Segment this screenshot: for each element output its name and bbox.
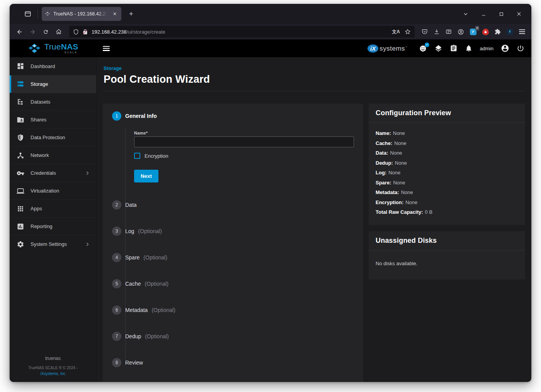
encryption-checkbox[interactable] [134, 153, 140, 159]
extension-blue-icon[interactable]: 0 [470, 29, 476, 35]
browser-window: TrueNAS - 192.168.42.238 ✕ + 192.168.42.… [10, 4, 531, 382]
wizard-step-dedup[interactable]: 7 Dedup (Optional) [112, 323, 354, 349]
wizard-step-cache[interactable]: 5 Cache (Optional) [112, 271, 354, 297]
tab-title: TrueNAS - 192.168.42.238 [53, 11, 108, 17]
pocket-icon[interactable] [422, 29, 428, 35]
browser-menu-icon[interactable] [519, 29, 525, 34]
admin-menu-label[interactable]: admin [480, 46, 493, 51]
configuration-preview-title: Configuration Preview [376, 109, 451, 117]
sidebar-item-apps[interactable]: Apps [10, 199, 96, 217]
preview-row-cache: Cache:None [376, 138, 518, 148]
downloads-icon[interactable] [434, 29, 440, 35]
copyright-label: TrueNAS SCALE ® © 2024 - [10, 366, 96, 370]
minimize-button[interactable] [480, 10, 487, 18]
shares-icon [17, 116, 24, 124]
gear-icon [17, 240, 24, 248]
translate-icon[interactable]: 文A [392, 29, 400, 35]
key-icon [17, 169, 24, 177]
next-button[interactable]: Next [134, 170, 158, 182]
browser-tab[interactable]: TrueNAS - 192.168.42.238 ✕ [42, 7, 121, 21]
insecure-lock-icon[interactable] [82, 29, 88, 35]
chevron-right-icon [85, 242, 90, 247]
forward-button[interactable] [27, 26, 38, 37]
wizard-step-spare[interactable]: 4 Spare (Optional) [112, 244, 354, 271]
encryption-label: Encryption [145, 153, 168, 159]
truecommand-icon[interactable] [434, 44, 442, 53]
apps-grid-icon [17, 205, 24, 213]
step-number-badge: 8 [112, 358, 121, 367]
wizard-step-metadata[interactable]: 6 Metadata (Optional) [112, 297, 354, 323]
url-bar[interactable]: 192.168.42.238/ui/storage/create 文A [69, 26, 415, 37]
pool-name-input[interactable] [134, 136, 354, 147]
home-button[interactable] [53, 26, 65, 37]
app-header: TrueNAS SCALE iX systems™ + admin [10, 39, 531, 57]
power-icon[interactable] [517, 44, 524, 52]
preview-row-metadata: Metadata:None [376, 187, 518, 198]
permissions-shield-icon[interactable] [73, 29, 79, 35]
sidenav-toggle-icon[interactable] [103, 46, 110, 51]
page-header: Storage Pool Creation Wizard [103, 57, 525, 91]
sidebar-item-network[interactable]: Network [10, 146, 96, 164]
sidebar-item-datasets[interactable]: Datasets [10, 93, 96, 111]
step-number-badge: 1 [112, 111, 121, 121]
breadcrumb[interactable]: Storage [104, 66, 524, 71]
jobs-icon[interactable] [450, 44, 458, 52]
storage-icon [17, 80, 24, 88]
chevron-right-icon [85, 170, 90, 176]
step-number-badge: 4 [112, 253, 121, 262]
extensions-puzzle-icon[interactable] [495, 29, 501, 35]
wizard-step-data[interactable]: 2 Data [112, 192, 354, 218]
new-tab-button[interactable]: + [126, 9, 136, 20]
firefox-view-icon[interactable] [21, 7, 34, 20]
tab-close-icon[interactable]: ✕ [111, 10, 118, 17]
browser-tab-bar: TrueNAS - 192.168.42.238 ✕ + [10, 4, 531, 24]
preview-row-spare: Spare:None [376, 178, 518, 188]
close-window-button[interactable] [515, 10, 523, 18]
no-disks-message: No disks available. [376, 256, 518, 272]
sidebar-item-credentials[interactable]: Credentials [10, 164, 96, 182]
sidebar-item-reporting[interactable]: Reporting [10, 217, 96, 235]
step-number-badge: 7 [112, 332, 121, 341]
tab-favicon-truenas-icon [45, 11, 50, 17]
extension-red-icon[interactable] [482, 29, 489, 35]
main-content: Storage Pool Creation Wizard 1 General I… [97, 57, 531, 382]
preview-row-capacity: Total Raw Capacity:0 B [376, 207, 518, 217]
bookmark-star-icon[interactable] [405, 29, 411, 35]
extension-dark-icon[interactable] [507, 29, 513, 35]
reload-button[interactable] [40, 26, 51, 37]
dashboard-icon [17, 62, 24, 70]
sidebar-item-virtualization[interactable]: Virtualization [10, 182, 96, 199]
pool-creation-wizard-card: 1 General Info Name* Encryption Next [103, 104, 363, 382]
sidebar-item-data-protection[interactable]: Data Protection [10, 128, 96, 146]
sidebar: Dashboard Storage Datasets Shares Data P… [10, 57, 97, 382]
network-icon [17, 152, 24, 159]
wizard-step-log[interactable]: 3 Log (Optional) [112, 218, 354, 244]
page-title: Pool Creation Wizard [104, 73, 524, 85]
step-number-badge: 6 [112, 305, 121, 315]
sidebar-item-system-settings[interactable]: System Settings [10, 235, 96, 253]
alerts-bell-icon[interactable] [465, 44, 473, 52]
extension-badge: 0 [475, 26, 479, 31]
preview-row-encryption: Encryption:None [376, 198, 518, 208]
sidebar-item-dashboard[interactable]: Dashboard [10, 57, 96, 75]
account-icon[interactable] [458, 29, 464, 35]
user-avatar-icon[interactable] [501, 44, 509, 53]
sidebar-toggle-icon[interactable] [446, 29, 452, 35]
url-text[interactable]: 192.168.42.238/ui/storage/create [92, 29, 388, 35]
brand-edition: SCALE [44, 51, 78, 54]
sidebar-item-shares[interactable]: Shares [10, 111, 96, 128]
ixsystems-link[interactable]: iXsystems, Inc [10, 372, 96, 376]
truenas-logo[interactable]: TrueNAS SCALE [10, 43, 97, 54]
feedback-badge: + [425, 43, 429, 47]
back-button[interactable] [14, 26, 25, 37]
name-field-label: Name* [134, 131, 354, 135]
maximize-button[interactable] [497, 10, 505, 18]
list-tabs-chevron-icon[interactable] [462, 10, 470, 18]
wizard-step-review[interactable]: 8 Review [112, 349, 354, 376]
step-number-badge: 3 [112, 227, 121, 236]
ixsystems-logo: iX systems™ [367, 44, 408, 53]
sidebar-item-storage[interactable]: Storage [10, 75, 96, 93]
truenas-logo-icon [28, 43, 41, 53]
feedback-icon[interactable]: + [419, 44, 427, 53]
tab-separator [37, 9, 38, 19]
